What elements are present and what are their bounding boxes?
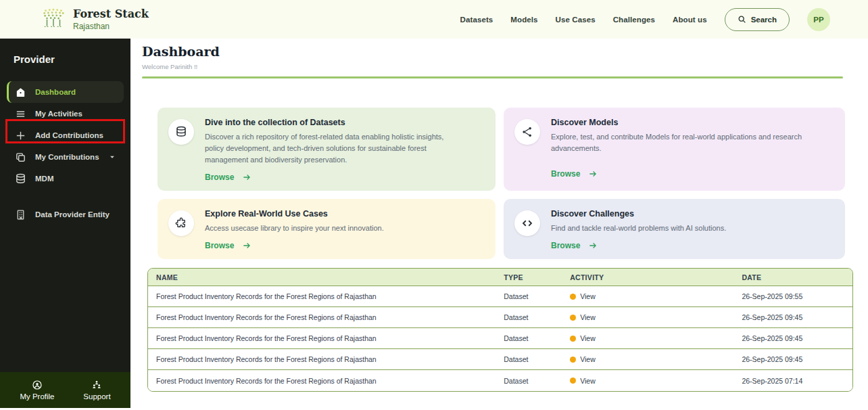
row-activity: View <box>570 313 742 321</box>
card-title: Explore Real-World Use Cases <box>205 209 404 219</box>
row-activity: View <box>570 334 742 342</box>
nav-use-cases[interactable]: Use Cases <box>556 16 596 24</box>
forest-trees-icon <box>41 6 66 33</box>
arrow-right-icon <box>588 169 598 179</box>
browse-models-link[interactable]: Browse <box>551 169 833 179</box>
table-row[interactable]: Forest Product Inventory Records for the… <box>148 349 852 370</box>
nav-models[interactable]: Models <box>510 16 537 24</box>
home-icon <box>15 87 26 98</box>
browse-challenges-link[interactable]: Browse <box>551 241 746 250</box>
column-header-name: NAME <box>148 273 504 281</box>
row-activity: View <box>570 355 742 363</box>
card-icon-circle <box>168 119 194 145</box>
browse-use-cases-link[interactable]: Browse <box>205 241 404 250</box>
activity-label: View <box>580 355 596 363</box>
sidebar-item-mdm[interactable]: MDM <box>7 168 124 189</box>
card-challenges[interactable]: Discover Challenges Find and tackle real… <box>504 199 845 259</box>
brand-name: Forest Stack <box>73 8 149 20</box>
brand-logo[interactable]: Forest Stack Rajasthan <box>41 6 149 33</box>
person-icon <box>32 380 43 390</box>
card-description: Discover a rich repository of forest-rel… <box>205 131 483 166</box>
sidebar-section-label: Provider <box>14 53 117 65</box>
row-date: 26-Sep-2025 09:45 <box>742 355 852 363</box>
sidebar: Provider Dashboard My Activities Add Con… <box>0 39 130 408</box>
sidebar-item-label: Data Provider Entity <box>35 210 110 219</box>
avatar[interactable]: PP <box>807 8 830 31</box>
hub-icon <box>521 126 533 138</box>
row-name: Forest Product Inventory Records for the… <box>148 313 504 321</box>
card-icon-circle <box>514 210 540 236</box>
row-activity: View <box>570 377 742 385</box>
search-icon <box>738 15 746 24</box>
copy-icon <box>15 152 26 163</box>
activity-status-dot <box>570 336 576 342</box>
table-row[interactable]: Forest Product Inventory Records for the… <box>148 307 852 328</box>
row-name: Forest Product Inventory Records for the… <box>148 292 504 300</box>
table-header-row: NAME TYPE ACTIVITY DATE <box>148 269 852 286</box>
search-button-label: Search <box>751 16 777 24</box>
row-name: Forest Product Inventory Records for the… <box>148 355 504 363</box>
browse-label: Browse <box>205 241 234 250</box>
page-title: Dashboard <box>142 44 854 59</box>
card-use-cases[interactable]: Explore Real-World Use Cases Access usec… <box>158 199 496 259</box>
row-type: Dataset <box>504 377 570 385</box>
sidebar-item-my-activities[interactable]: My Activities <box>7 103 124 124</box>
row-date: 26-Sep-2025 09:45 <box>742 334 852 342</box>
welcome-text: Welcome Parinith !! <box>142 63 854 70</box>
my-profile-label: My Profile <box>20 392 54 401</box>
row-type: Dataset <box>504 313 570 321</box>
sidebar-item-my-contributions[interactable]: My Contributions <box>7 146 124 168</box>
table-row[interactable]: Forest Product Inventory Records for the… <box>148 328 852 349</box>
card-icon-circle <box>514 119 540 145</box>
activity-table: NAME TYPE ACTIVITY DATE Forest Product I… <box>147 268 853 392</box>
support-label: Support <box>83 392 110 401</box>
database-icon <box>15 173 26 185</box>
row-date: 26-Sep-2025 09:45 <box>742 313 852 321</box>
nav-datasets[interactable]: Datasets <box>460 16 493 24</box>
activity-label: View <box>580 313 596 321</box>
activity-status-dot <box>570 357 576 363</box>
nav-about-us[interactable]: About us <box>673 16 707 24</box>
support-button[interactable]: Support <box>83 380 110 401</box>
row-name: Forest Product Inventory Records for the… <box>148 334 504 342</box>
table-row[interactable]: Forest Product Inventory Records for the… <box>148 370 852 391</box>
sidebar-item-data-provider-entity[interactable]: Data Provider Entity <box>7 204 124 225</box>
main-content: Dashboard Welcome Parinith !! Dive into … <box>130 39 868 410</box>
row-date: 26-Sep-2025 09:55 <box>742 292 852 300</box>
sidebar-item-label: MDM <box>35 175 53 183</box>
search-button[interactable]: Search <box>725 8 790 31</box>
row-date: 26-Sep-2025 07:14 <box>742 377 852 385</box>
people-icon <box>91 380 102 390</box>
arrow-right-icon <box>242 241 251 250</box>
arrow-right-icon <box>588 241 598 250</box>
my-profile-button[interactable]: My Profile <box>20 380 54 401</box>
feature-cards: Dive into the collection of Datasets Dis… <box>158 108 845 259</box>
puzzle-icon <box>175 217 187 229</box>
sidebar-item-label: Add Contributions <box>35 131 103 139</box>
card-description: Access usecase library to inspire your n… <box>205 223 404 234</box>
table-row[interactable]: Forest Product Inventory Records for the… <box>148 286 852 307</box>
row-name: Forest Product Inventory Records for the… <box>148 377 504 385</box>
card-datasets[interactable]: Dive into the collection of Datasets Dis… <box>158 108 496 191</box>
card-description: Find and tackle real-world problems with… <box>551 223 746 234</box>
sidebar-item-label: My Activities <box>35 110 82 118</box>
browse-datasets-link[interactable]: Browse <box>205 173 483 182</box>
divider <box>142 76 843 78</box>
card-title: Dive into the collection of Datasets <box>205 118 483 127</box>
sidebar-item-dashboard[interactable]: Dashboard <box>7 81 124 103</box>
activity-label: View <box>580 377 596 385</box>
sidebar-item-label: My Contributions <box>35 153 99 161</box>
sidebar-item-add-contributions[interactable]: Add Contributions <box>7 124 124 146</box>
card-title: Discover Challenges <box>551 209 746 219</box>
row-activity: View <box>570 292 742 300</box>
brand-region: Rajasthan <box>73 22 149 31</box>
card-models[interactable]: Discover Models Explore, test, and contr… <box>504 108 845 191</box>
nav-challenges[interactable]: Challenges <box>613 16 655 24</box>
card-title: Discover Models <box>551 118 833 127</box>
column-header-date: DATE <box>742 273 852 281</box>
plus-icon <box>15 130 26 141</box>
database-icon <box>175 126 187 138</box>
browse-label: Browse <box>205 173 234 182</box>
sidebar-footer: My Profile Support <box>0 372 130 408</box>
sidebar-item-label: Dashboard <box>35 88 76 96</box>
